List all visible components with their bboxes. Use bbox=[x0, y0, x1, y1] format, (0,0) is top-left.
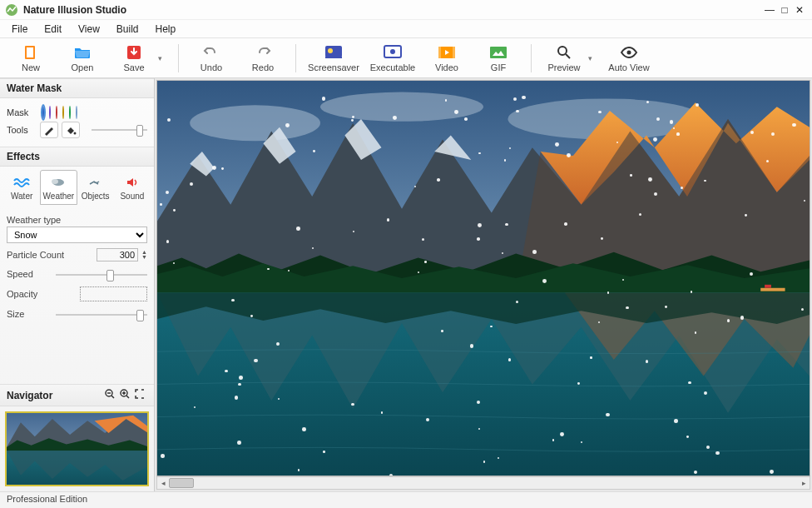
brush-tool-button[interactable] bbox=[40, 122, 58, 138]
snow-particle bbox=[606, 413, 609, 416]
navigator-scene bbox=[7, 413, 147, 485]
svg-rect-27 bbox=[765, 285, 771, 288]
snow-particle bbox=[167, 118, 171, 122]
snow-particle bbox=[577, 382, 580, 385]
snow-particle bbox=[653, 137, 657, 142]
executable-icon bbox=[384, 43, 402, 62]
open-button[interactable]: Open bbox=[57, 39, 108, 77]
folder-open-icon bbox=[73, 43, 92, 62]
snow-particle bbox=[522, 96, 525, 99]
toolbar: New Open Save ▾ Undo Redo Screensaver Ex… bbox=[0, 38, 812, 78]
snow-particle bbox=[646, 101, 649, 103]
fit-screen-icon[interactable] bbox=[132, 388, 147, 402]
menu-edit[interactable]: Edit bbox=[36, 21, 70, 37]
weather-icon bbox=[41, 174, 76, 191]
particle-count-spinner[interactable]: ▲▼ bbox=[141, 250, 147, 260]
snow-particle bbox=[437, 178, 440, 182]
screensaver-button[interactable]: Screensaver bbox=[303, 39, 364, 77]
panel-header-navigator: Navigator bbox=[0, 384, 154, 406]
snow-particle bbox=[424, 261, 427, 263]
opacity-input[interactable] bbox=[80, 286, 148, 301]
snow-particle bbox=[353, 231, 354, 232]
window-close-icon[interactable]: ✕ bbox=[792, 4, 807, 16]
zoom-out-icon[interactable] bbox=[102, 388, 117, 402]
autoview-button[interactable]: Auto View bbox=[602, 39, 656, 77]
tab-sound[interactable]: Sound bbox=[114, 170, 151, 205]
window-maximize-icon[interactable]: □ bbox=[777, 4, 792, 16]
snow-particle bbox=[598, 111, 602, 114]
window-minimize-icon[interactable]: — bbox=[762, 4, 777, 16]
app-logo-icon bbox=[5, 3, 18, 17]
snow-particle bbox=[483, 461, 485, 462]
snow-particle bbox=[161, 454, 164, 457]
navigator-title: Navigator bbox=[7, 390, 52, 401]
snow-particle bbox=[414, 186, 416, 187]
svg-rect-10 bbox=[453, 47, 455, 58]
fill-tool-button[interactable] bbox=[62, 122, 80, 138]
gif-button[interactable]: GIF bbox=[473, 39, 524, 77]
scroll-right-arrow[interactable]: ▸ bbox=[798, 477, 810, 489]
mask-color-swatch[interactable] bbox=[49, 106, 51, 119]
save-dropdown-caret[interactable]: ▾ bbox=[158, 54, 166, 62]
menu-help[interactable]: Help bbox=[147, 21, 185, 37]
svg-point-13 bbox=[627, 51, 631, 55]
size-slider[interactable] bbox=[56, 308, 147, 321]
effects-controls: Weather type Snow Particle Count 300 ▲▼ … bbox=[0, 205, 154, 331]
save-icon bbox=[126, 43, 142, 62]
tab-water[interactable]: Water bbox=[3, 170, 40, 205]
particle-count-value[interactable]: 300 bbox=[97, 248, 138, 261]
speed-slider[interactable] bbox=[56, 268, 147, 281]
mask-color-swatch[interactable] bbox=[76, 106, 77, 119]
snow-particle bbox=[477, 401, 480, 404]
panel-body-watermask: Mask Tools bbox=[0, 98, 154, 147]
snow-particle bbox=[648, 177, 652, 182]
horizontal-scrollbar[interactable]: ◂ ▸ bbox=[156, 476, 810, 490]
menu-view[interactable]: View bbox=[70, 21, 108, 37]
magnify-icon bbox=[556, 43, 572, 62]
svg-point-16 bbox=[52, 179, 58, 184]
redo-button[interactable]: Redo bbox=[237, 39, 289, 77]
undo-button[interactable]: Undo bbox=[186, 39, 237, 77]
canvas[interactable] bbox=[156, 80, 810, 476]
mask-color-swatch[interactable] bbox=[69, 106, 71, 119]
tab-weather[interactable]: Weather bbox=[40, 170, 77, 205]
snow-particle bbox=[470, 344, 473, 347]
snow-particle bbox=[323, 451, 324, 452]
zoom-in-icon[interactable] bbox=[117, 388, 132, 402]
save-button[interactable]: Save bbox=[108, 39, 160, 77]
snow-particle bbox=[715, 451, 719, 455]
toolbar-separator bbox=[295, 44, 296, 72]
app-title: Nature Illusion Studio bbox=[23, 4, 762, 16]
mask-color-swatch[interactable] bbox=[62, 106, 64, 119]
preview-button[interactable]: Preview bbox=[538, 39, 590, 77]
mask-label: Mask bbox=[7, 107, 40, 117]
svg-point-23 bbox=[320, 92, 483, 122]
video-button[interactable]: Video bbox=[421, 39, 473, 77]
menu-file[interactable]: File bbox=[3, 21, 36, 37]
scroll-left-arrow[interactable]: ◂ bbox=[157, 477, 169, 489]
snow-particle bbox=[478, 223, 482, 227]
snow-particle bbox=[238, 383, 241, 386]
snow-particle bbox=[532, 250, 537, 254]
preview-dropdown-caret[interactable]: ▾ bbox=[588, 54, 597, 62]
brush-size-slider[interactable] bbox=[92, 124, 147, 136]
weather-type-select[interactable]: Snow bbox=[7, 227, 147, 243]
tab-objects[interactable]: Objects bbox=[77, 170, 114, 205]
snow-particle bbox=[464, 117, 468, 121]
snow-particle bbox=[322, 97, 326, 101]
navigator-thumbnail[interactable] bbox=[5, 411, 149, 486]
snow-particle bbox=[477, 237, 480, 241]
new-button[interactable]: New bbox=[5, 39, 57, 77]
panel-header-watermask: Water Mask bbox=[0, 78, 154, 98]
snow-particle bbox=[239, 376, 243, 380]
mask-color-swatch[interactable] bbox=[42, 106, 44, 119]
executable-button[interactable]: Executable bbox=[364, 39, 421, 77]
snow-particle bbox=[770, 470, 774, 474]
mask-color-swatch[interactable] bbox=[56, 106, 57, 119]
snow-particle bbox=[441, 330, 443, 332]
snow-particle bbox=[694, 471, 697, 474]
scroll-thumb[interactable] bbox=[169, 478, 194, 488]
snow-particle bbox=[704, 180, 706, 182]
opacity-label: Opacity bbox=[7, 289, 73, 299]
menu-build[interactable]: Build bbox=[108, 21, 147, 37]
